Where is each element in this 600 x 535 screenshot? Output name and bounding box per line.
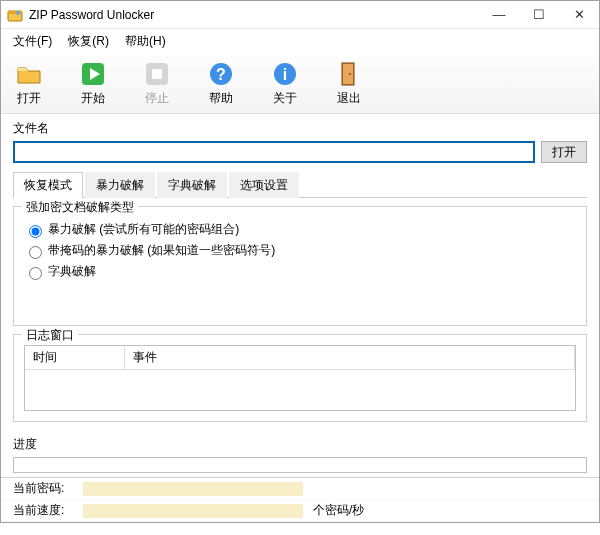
- status-current-password-value: [83, 482, 303, 496]
- tab-recovery-mode[interactable]: 恢复模式: [13, 172, 83, 198]
- app-icon: [7, 7, 23, 23]
- toolbar: 打开 开始 停止 ? 帮助 i 关于 退出: [1, 54, 599, 114]
- about-button[interactable]: i 关于: [265, 60, 305, 107]
- status-current-speed-label: 当前速度:: [13, 502, 77, 519]
- minimize-button[interactable]: ―: [479, 1, 519, 29]
- exit-label: 退出: [337, 90, 361, 107]
- play-icon: [79, 60, 107, 88]
- menu-file[interactable]: 文件(F): [5, 31, 60, 52]
- svg-rect-11: [343, 64, 353, 84]
- svg-text:i: i: [283, 66, 287, 83]
- svg-point-12: [349, 73, 351, 75]
- tab-options[interactable]: 选项设置: [229, 172, 299, 198]
- titlebar: ZIP Password Unlocker ― ☐ ✕: [1, 1, 599, 29]
- svg-rect-5: [152, 69, 162, 79]
- help-button[interactable]: ? 帮助: [201, 60, 241, 107]
- svg-text:?: ?: [216, 66, 226, 83]
- file-open-button[interactable]: 打开: [541, 141, 587, 163]
- maximize-button[interactable]: ☐: [519, 1, 559, 29]
- start-button[interactable]: 开始: [73, 60, 113, 107]
- file-section: 文件名 打开 恢复模式 暴力破解 字典破解 选项设置 强加密文档破解类型 暴力破…: [1, 114, 599, 436]
- menu-recover[interactable]: 恢复(R): [60, 31, 117, 52]
- stop-label: 停止: [145, 90, 169, 107]
- radio-dictionary-input[interactable]: [29, 267, 42, 280]
- window-title: ZIP Password Unlocker: [29, 8, 479, 22]
- help-label: 帮助: [209, 90, 233, 107]
- status-current-speed: 当前速度: 个密码/秒: [1, 500, 599, 522]
- menu-help[interactable]: 帮助(H): [117, 31, 174, 52]
- status-current-password: 当前密码:: [1, 478, 599, 500]
- file-label: 文件名: [13, 120, 587, 137]
- status-speed-unit: 个密码/秒: [313, 502, 364, 519]
- radio-dictionary[interactable]: 字典破解: [24, 263, 576, 280]
- menubar: 文件(F) 恢复(R) 帮助(H): [1, 29, 599, 54]
- status-current-password-label: 当前密码:: [13, 480, 77, 497]
- log-col-event[interactable]: 事件: [125, 346, 575, 369]
- status-current-speed-value: [83, 504, 303, 518]
- progress-bar: [13, 457, 587, 473]
- progress-label: 进度: [13, 436, 587, 453]
- svg-point-2: [16, 11, 20, 15]
- open-button[interactable]: 打开: [9, 60, 49, 107]
- app-window: ZIP Password Unlocker ― ☐ ✕ 文件(F) 恢复(R) …: [0, 0, 600, 523]
- help-icon: ?: [207, 60, 235, 88]
- tab-dictionary[interactable]: 字典破解: [157, 172, 227, 198]
- info-icon: i: [271, 60, 299, 88]
- exit-button[interactable]: 退出: [329, 60, 369, 107]
- door-exit-icon: [335, 60, 363, 88]
- about-label: 关于: [273, 90, 297, 107]
- radio-mask-input[interactable]: [29, 246, 42, 259]
- stop-button: 停止: [137, 60, 177, 107]
- tabstrip: 恢复模式 暴力破解 字典破解 选项设置: [13, 171, 587, 198]
- radio-mask[interactable]: 带掩码的暴力破解 (如果知道一些密码符号): [24, 242, 576, 259]
- log-legend: 日志窗口: [22, 327, 78, 344]
- log-table[interactable]: 时间 事件: [24, 345, 576, 411]
- radio-brute-force-label: 暴力破解 (尝试所有可能的密码组合): [48, 221, 239, 238]
- window-controls: ― ☐ ✕: [479, 1, 599, 29]
- open-label: 打开: [17, 90, 41, 107]
- folder-open-icon: [15, 60, 43, 88]
- status-section: 当前密码: 当前速度: 个密码/秒: [1, 477, 599, 522]
- radio-mask-label: 带掩码的暴力破解 (如果知道一些密码符号): [48, 242, 275, 259]
- stop-icon: [143, 60, 171, 88]
- attack-type-group: 强加密文档破解类型 暴力破解 (尝试所有可能的密码组合) 带掩码的暴力破解 (如…: [13, 206, 587, 326]
- tab-brute-force[interactable]: 暴力破解: [85, 172, 155, 198]
- radio-dictionary-label: 字典破解: [48, 263, 96, 280]
- start-label: 开始: [81, 90, 105, 107]
- radio-brute-force[interactable]: 暴力破解 (尝试所有可能的密码组合): [24, 221, 576, 238]
- file-input[interactable]: [13, 141, 535, 163]
- log-group: 日志窗口 时间 事件: [13, 334, 587, 422]
- log-col-time[interactable]: 时间: [25, 346, 125, 369]
- progress-section: 进度: [1, 436, 599, 477]
- log-header: 时间 事件: [25, 346, 575, 370]
- attack-type-legend: 强加密文档破解类型: [22, 199, 138, 216]
- radio-brute-force-input[interactable]: [29, 225, 42, 238]
- close-button[interactable]: ✕: [559, 1, 599, 29]
